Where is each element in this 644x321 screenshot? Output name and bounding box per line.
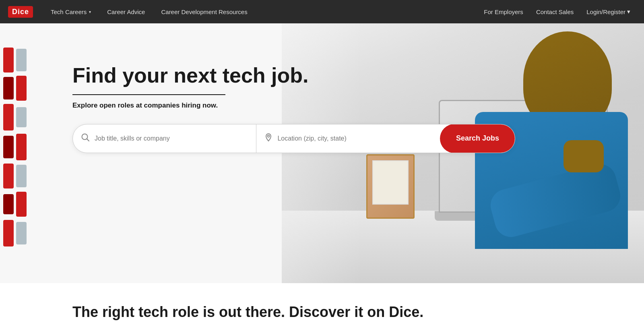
location-field [256, 124, 440, 153]
stripe-row [0, 164, 60, 188]
person-hand [564, 140, 604, 172]
hero-subtitle: Explore open roles at companies hiring n… [72, 101, 346, 110]
search-jobs-button[interactable]: Search Jobs [440, 124, 515, 153]
hero-title-underline [72, 94, 225, 95]
nav-item-for-employers[interactable]: For Employers [478, 8, 529, 15]
nav-item-contact-sales[interactable]: Contact Sales [530, 8, 579, 15]
stripe-darkred [3, 194, 14, 214]
dice-logo[interactable]: Dice [8, 6, 33, 18]
nav-item-career-advice[interactable]: Career Advice [101, 8, 151, 15]
svg-line-1 [87, 139, 89, 141]
location-icon [264, 133, 272, 144]
stripe-row [0, 48, 60, 72]
svg-point-2 [268, 135, 270, 137]
nav-item-career-development[interactable]: Career Development Resources [155, 8, 254, 15]
stripe-red [3, 164, 14, 188]
decorative-stripes [0, 23, 60, 283]
stripe-blue [16, 165, 27, 187]
nav-item-tech-careers[interactable]: Tech Careers ▾ [44, 8, 97, 15]
search-bar: Search Jobs [72, 124, 515, 153]
nav-item-login-register[interactable]: Login/Register ▾ [581, 8, 636, 15]
stripe-red [16, 192, 27, 217]
stripe-row [0, 134, 60, 160]
hero-background [282, 23, 644, 283]
hero-section: Find your next tech job. Explore open ro… [0, 23, 644, 283]
location-search-input[interactable] [277, 135, 431, 142]
search-icon [81, 133, 90, 144]
stripe-blue [16, 107, 27, 127]
stripe-red [3, 104, 14, 130]
stripe-blue [16, 49, 27, 71]
navbar: Dice Tech Careers ▾ Career Advice Career… [0, 0, 644, 23]
stripe-row [0, 220, 60, 246]
stripe-row [0, 76, 60, 101]
hero-title: Find your next tech job. [72, 64, 346, 88]
hero-content: Find your next tech job. Explore open ro… [72, 64, 346, 153]
navbar-right: For Employers Contact Sales Login/Regist… [478, 8, 636, 15]
navbar-left: Dice Tech Careers ▾ Career Advice Career… [8, 6, 478, 18]
bottom-section: The right tech role is out there. Discov… [0, 283, 644, 321]
stripe-blue [16, 222, 27, 244]
stripe-red [16, 134, 27, 160]
bottom-section-title: The right tech role is out there. Discov… [72, 303, 572, 321]
job-search-input[interactable] [95, 135, 248, 142]
stripe-red [16, 76, 27, 101]
search-field [73, 124, 256, 153]
stripe-red [3, 220, 14, 246]
chevron-down-icon: ▾ [89, 10, 91, 14]
stripe-red [3, 48, 14, 72]
stripe-darkred [3, 136, 14, 158]
stripe-darkred [3, 77, 14, 99]
stripe-row [0, 192, 60, 217]
stripe-row [0, 104, 60, 130]
chevron-down-icon: ▾ [627, 8, 630, 15]
